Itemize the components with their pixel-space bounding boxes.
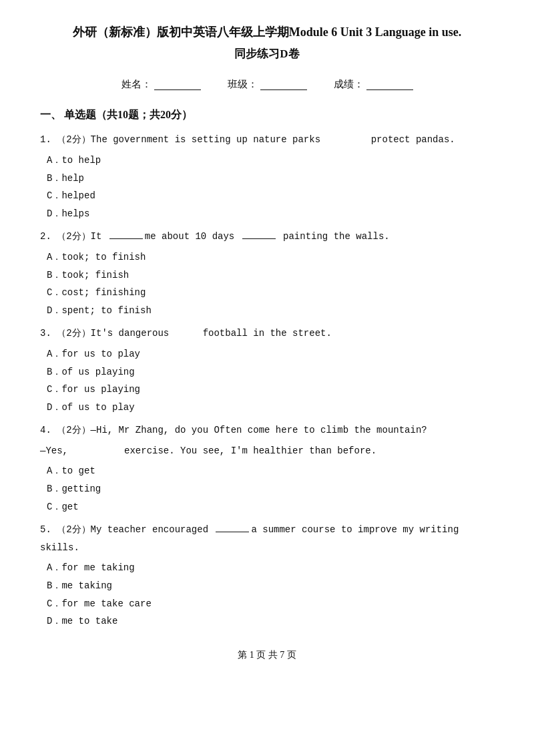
q4-option-a: A．to get <box>47 462 494 480</box>
page-footer-text: 第 1 页 共 7 页 <box>238 650 296 660</box>
question-2-stem: 2. （2分）It me about 10 days painting the … <box>40 228 494 246</box>
q5-option-d: D．me to take <box>47 612 494 630</box>
q1-option-a: A．to help <box>47 152 494 170</box>
q1-option-d: D．helps <box>47 205 494 223</box>
q3-option-a: A．for us to play <box>47 345 494 363</box>
question-1-stem: 1. （2分）The government is setting up natu… <box>40 131 494 149</box>
name-underline <box>154 78 201 90</box>
sub-title: 同步练习D卷 <box>40 44 494 65</box>
question-2: 2. （2分）It me about 10 days painting the … <box>40 228 494 319</box>
q2-option-b: B．took; finish <box>47 266 494 285</box>
q2-option-a: A．took; to finish <box>47 248 494 266</box>
page-footer: 第 1 页 共 7 页 <box>40 646 494 663</box>
q4-number: 4. <box>40 425 51 435</box>
question-4-stem-line2: —Yes, exercise. You see, I'm healthier t… <box>40 442 494 460</box>
score-label: 成绩： <box>334 75 364 93</box>
q2-number: 2. <box>40 231 51 242</box>
class-label: 班级： <box>228 75 258 93</box>
q3-option-d: D．of us to play <box>47 399 494 417</box>
q1-number: 1. <box>40 134 51 145</box>
q5-gap <box>216 532 249 532</box>
q4-option-c: C．get <box>47 498 494 516</box>
name-label: 姓名： <box>121 75 152 93</box>
score-field-group: 成绩： <box>334 75 413 93</box>
question-3: 3. （2分）It's dangerous football in the st… <box>40 325 494 416</box>
q1-option-c: C．helped <box>47 187 494 205</box>
q1-option-b: B．help <box>47 170 494 188</box>
q2-gap2 <box>242 238 276 239</box>
q5-option-c: C．for me take care <box>47 595 494 613</box>
name-field-group: 姓名： <box>121 75 201 93</box>
question-5: 5. （2分）My teacher encouraged a summer co… <box>40 521 494 630</box>
q5-option-b: B．me taking <box>47 577 494 595</box>
q3-option-b: B．of us playing <box>47 363 494 381</box>
q3-number: 3. <box>40 328 51 339</box>
score-underline <box>366 78 413 90</box>
info-row: 姓名： 班级： 成绩： <box>40 75 494 93</box>
q5-option-a: A．for me taking <box>47 559 494 577</box>
section1-title: 一、 单选题（共10题；共20分） <box>40 106 494 125</box>
question-1: 1. （2分）The government is setting up natu… <box>40 131 494 222</box>
question-4: 4. （2分）—Hi, Mr Zhang, do you Often come … <box>40 421 494 516</box>
main-title: 外研（新标准）版初中英语八年级上学期Module 6 Unit 3 Langua… <box>40 20 494 44</box>
class-underline <box>260 78 307 90</box>
q5-number: 5. <box>40 524 51 535</box>
q2-option-c: C．cost; finishing <box>47 284 494 302</box>
question-5-stem: 5. （2分）My teacher encouraged a summer co… <box>40 521 494 556</box>
class-field-group: 班级： <box>228 75 307 93</box>
q4-option-b: B．getting <box>47 480 494 498</box>
q2-gap1 <box>109 238 143 239</box>
q3-option-c: C．for us playing <box>47 381 494 399</box>
question-4-stem-line1: 4. （2分）—Hi, Mr Zhang, do you Often come … <box>40 421 494 439</box>
q2-option-d: D．spent; to finish <box>47 302 494 320</box>
question-3-stem: 3. （2分）It's dangerous football in the st… <box>40 325 494 343</box>
title-section: 外研（新标准）版初中英语八年级上学期Module 6 Unit 3 Langua… <box>40 20 494 65</box>
